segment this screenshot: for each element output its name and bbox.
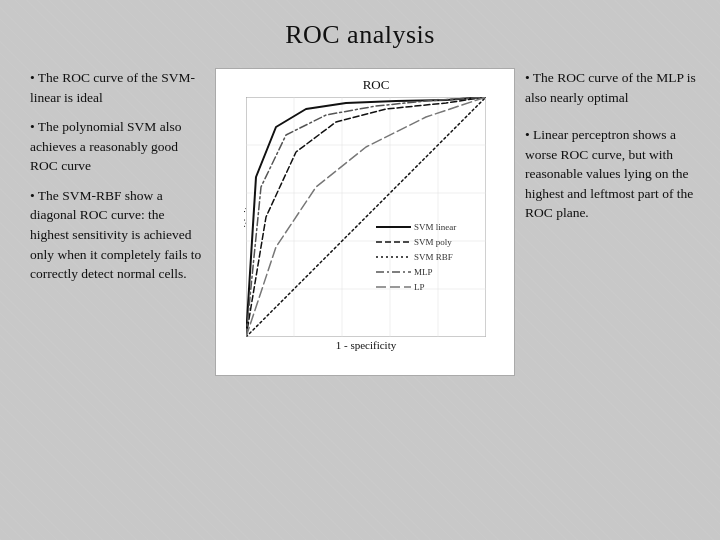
chart-title: ROC (246, 77, 506, 93)
slide-title: ROC analysis (30, 20, 690, 50)
chart-wrapper: sensitivity (246, 97, 486, 351)
slide-container: ROC analysis • The ROC curve of the SVM-… (0, 0, 720, 540)
content-area: • The ROC curve of the SVM-linear is ide… (30, 68, 690, 520)
right-bullet-2: • Linear perceptron shows a worse ROC cu… (525, 125, 700, 223)
x-axis-label: 1 - specificity (246, 339, 486, 351)
svg-text:LP: LP (414, 282, 425, 292)
left-bullet-2: • The polynomial SVM also achieves a rea… (30, 117, 205, 176)
roc-svg: 0 0.2 0.4 0.6 0.8 0 0.2 0.4 0.6 0.8 1 (246, 97, 486, 337)
svg-text:SVM poly: SVM poly (414, 237, 452, 247)
svg-text:SVM linear: SVM linear (414, 222, 456, 232)
right-column: • The ROC curve of the MLP is also nearl… (525, 68, 700, 520)
roc-chart-container: ROC sensitivity (215, 68, 515, 376)
left-column: • The ROC curve of the SVM-linear is ide… (30, 68, 205, 520)
svg-text:SVM RBF: SVM RBF (414, 252, 453, 262)
center-column: ROC sensitivity (215, 68, 515, 520)
left-bullet-3: • The SVM-RBF show a diagonal ROC curve:… (30, 186, 205, 284)
left-bullet-1: • The ROC curve of the SVM-linear is ide… (30, 68, 205, 107)
right-bullet-1: • The ROC curve of the MLP is also nearl… (525, 68, 700, 107)
chart-area: 0 0.2 0.4 0.6 0.8 0 0.2 0.4 0.6 0.8 1 (246, 97, 486, 337)
svg-text:MLP: MLP (414, 267, 433, 277)
